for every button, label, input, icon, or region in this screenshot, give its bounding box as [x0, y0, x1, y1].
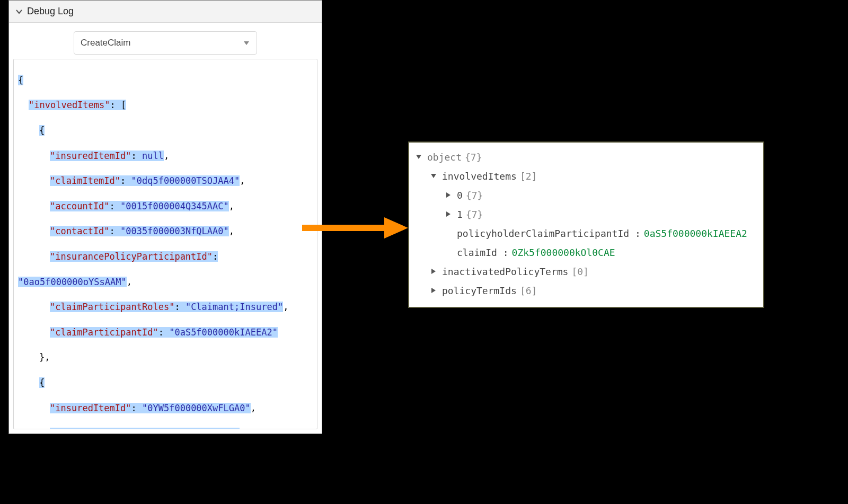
caret-down-icon [416, 154, 423, 161]
tree-label: 0 [457, 186, 463, 205]
tree-count: [0] [571, 262, 589, 281]
tree-row[interactable]: object {7} [416, 148, 757, 167]
json-null: null [142, 151, 164, 161]
tree-count: {7} [466, 205, 483, 224]
svg-marker-8 [431, 288, 436, 293]
json-key: "insuredItemId" [50, 151, 131, 161]
json-key: "contactId" [50, 226, 110, 236]
tree-label: 1 [457, 205, 463, 224]
panel-header[interactable]: Debug Log [9, 1, 322, 23]
svg-marker-3 [416, 155, 421, 159]
tree-label: inactivatedPolicyTerms [442, 262, 568, 281]
json-string: "0ao5f000000oYSsAAM" [18, 277, 127, 287]
tree-label: object [427, 148, 462, 167]
svg-marker-7 [431, 269, 436, 274]
tree-value: 0aS5f000000kIAEEA2 [644, 224, 747, 243]
json-key: "insuredItemId" [50, 403, 131, 413]
json-string: "0YW5f000000XwFLGA0" [142, 403, 251, 413]
tree-count: {7} [465, 148, 482, 167]
tree-label: policyTermIds [442, 281, 517, 300]
arrow-icon [297, 212, 408, 244]
tree-count: [6] [520, 281, 537, 300]
tree-row[interactable]: inactivatedPolicyTerms [0] [416, 262, 757, 281]
tree-value: 0Zk5f000000kOl0CAE [512, 243, 615, 262]
caret-right-icon [445, 211, 453, 218]
chevron-down-icon [15, 8, 23, 15]
svg-marker-6 [446, 211, 450, 217]
tree-count: [2] [520, 167, 537, 186]
caret-right-icon [430, 287, 438, 295]
svg-marker-2 [384, 217, 408, 238]
json-tree-panel: object {7} involvedItems [2] 0 {7} 1 {7}… [408, 142, 764, 308]
json-string: "0dq5f000000TSOJAA4" [131, 175, 240, 186]
spacer [445, 249, 453, 257]
json-key: "insurancePolicyParticipantId" [50, 251, 213, 262]
json-key: "involvedItems" [29, 100, 110, 110]
tree-row[interactable]: policyholderClaimParticipantId : 0aS5f00… [416, 224, 757, 243]
json-code-view[interactable]: { "involvedItems": [ { "insuredItemId": … [13, 59, 317, 429]
caret-right-icon [445, 192, 453, 199]
json-string: "0dq5f000000TSOKAA4" [131, 428, 240, 429]
tree-label: involvedItems [442, 167, 517, 186]
tree-row[interactable]: policyTermIds [6] [416, 281, 757, 300]
tree-row[interactable]: 1 {7} [416, 205, 757, 224]
spacer [445, 230, 453, 237]
json-key: "accountId" [50, 201, 110, 211]
json-string: "0015f000004Q345AAC" [120, 201, 229, 211]
json-string: "Claimant;Insured" [186, 302, 283, 312]
method-select-value: CreateClaim [81, 38, 130, 48]
json-key: "claimParticipantRoles" [50, 302, 174, 312]
json-key: "claimItemId" [50, 175, 120, 186]
json-key: "claimParticipantId" [50, 327, 158, 338]
svg-marker-0 [244, 41, 249, 45]
json-string: "0035f000003NfQLAA0" [120, 226, 229, 236]
caret-right-icon [430, 268, 438, 276]
svg-marker-5 [446, 192, 450, 198]
method-select[interactable]: CreateClaim [74, 31, 257, 55]
debug-log-panel: Debug Log CreateClaim { "involvedItems":… [8, 0, 322, 434]
tree-label: claimId [457, 243, 497, 262]
tree-count: {7} [466, 186, 483, 205]
tree-row[interactable]: 0 {7} [416, 186, 757, 205]
tree-label: policyholderClaimParticipantId [457, 224, 629, 243]
svg-marker-4 [431, 174, 436, 178]
caret-down-icon [243, 39, 250, 47]
json-key: "claimItemId" [50, 428, 120, 429]
tree-row[interactable]: involvedItems [2] [416, 167, 757, 186]
panel-title: Debug Log [27, 6, 74, 17]
caret-down-icon [430, 173, 438, 180]
tree-row[interactable]: claimId : 0Zk5f000000kOl0CAE [416, 243, 757, 262]
json-string: "0aS5f000000kIAEEA2" [169, 327, 278, 338]
